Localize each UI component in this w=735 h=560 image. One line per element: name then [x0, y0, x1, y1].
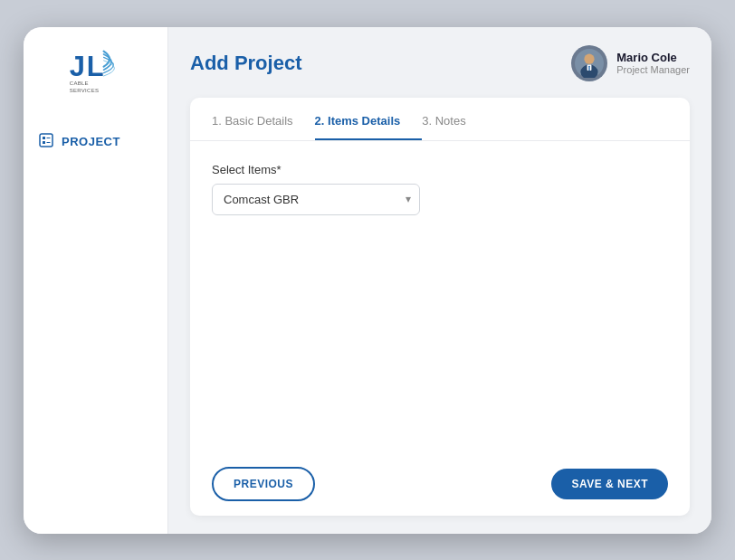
previous-button[interactable]: PREVIOUS [212, 467, 315, 501]
svg-rect-6 [43, 141, 45, 144]
step-1-label: 1. Basic Details [212, 114, 293, 128]
svg-rect-4 [40, 134, 52, 147]
save-next-button[interactable]: SAVE & NEXT [551, 469, 668, 499]
step-3-label: 3. Notes [422, 114, 465, 128]
svg-text:L: L [86, 51, 103, 82]
sidebar-item-label-project: PROJECT [62, 135, 120, 148]
avatar [571, 45, 607, 81]
sidebar-item-project[interactable]: PROJECT [24, 125, 167, 159]
form-area: Select Items* Comcast GBR Option 2 Optio… [190, 141, 690, 452]
svg-text:CABLE: CABLE [69, 81, 88, 86]
main-card: 1. Basic Details 2. Items Details 3. Not… [190, 98, 690, 516]
user-text: Mario Cole Project Manager [616, 51, 690, 75]
main-content: Add Project [168, 27, 711, 534]
user-role: Project Manager [616, 64, 690, 75]
svg-rect-14 [589, 67, 590, 71]
steps-bar: 1. Basic Details 2. Items Details 3. Not… [190, 98, 690, 141]
svg-text:J: J [69, 51, 84, 82]
svg-point-10 [585, 53, 595, 63]
page-header: Add Project [190, 45, 690, 81]
page-title: Add Project [190, 52, 301, 75]
company-logo: J L CABLE SERVICES [64, 43, 128, 98]
svg-rect-5 [43, 137, 45, 139]
device-frame: J L CABLE SERVICES [24, 27, 711, 534]
svg-text:SERVICES: SERVICES [69, 88, 98, 93]
step-basic-details[interactable]: 1. Basic Details [212, 114, 315, 140]
select-items-wrapper: Comcast GBR Option 2 Option 3 ▾ [212, 184, 420, 215]
footer-buttons: PREVIOUS SAVE & NEXT [190, 452, 690, 516]
logo-area: J L CABLE SERVICES [64, 43, 128, 98]
user-name: Mario Cole [616, 51, 690, 64]
step-notes[interactable]: 3. Notes [422, 114, 487, 140]
user-info: Mario Cole Project Manager [571, 45, 690, 81]
project-icon [38, 132, 54, 152]
select-items-field[interactable]: Comcast GBR Option 2 Option 3 [212, 184, 420, 215]
sidebar: J L CABLE SERVICES [24, 27, 168, 534]
select-items-label: Select Items* [212, 163, 668, 176]
step-2-label: 2. Items Details [315, 114, 401, 128]
step-items-details[interactable]: 2. Items Details [315, 114, 423, 140]
